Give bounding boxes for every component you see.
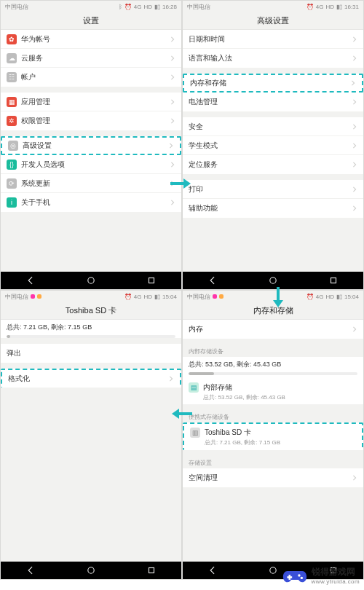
chevron-right-icon: [352, 36, 357, 42]
item-datetime[interactable]: 日期和时间: [183, 30, 363, 49]
flow-arrow-icon: [272, 287, 284, 309]
sdcard-icon: ▥: [190, 428, 200, 438]
svg-point-2: [270, 278, 276, 283]
svg-rect-5: [149, 568, 154, 573]
huawei-icon: ✿: [7, 34, 17, 44]
status-dot-icon: [31, 294, 35, 299]
chevron-right-icon: [352, 162, 357, 168]
chevron-right-icon: [352, 143, 357, 149]
carrier: 中国电信: [5, 293, 28, 301]
screen-settings: 中国电信 ᛒ ⏰ 4G HD ▮▯ 16:28 设置 ✿华为帐号 ☁云服务 ☷帐…: [0, 0, 182, 290]
hd-icon: HD: [143, 4, 152, 10]
item-accessibility[interactable]: 辅助功能: [183, 199, 363, 218]
clock: 16:31: [344, 4, 359, 10]
item-cloud[interactable]: ☁云服务: [1, 49, 181, 68]
chevron-right-icon: [352, 99, 357, 105]
chevron-right-icon: [352, 205, 357, 211]
item-student[interactable]: 学生模式: [183, 136, 363, 155]
nav-bar: [1, 272, 181, 289]
clock: 15:04: [344, 294, 359, 300]
item-update[interactable]: ⟳系统更新: [1, 174, 181, 193]
net-icon: 4G: [316, 4, 324, 10]
item-sdcard[interactable]: ▥Toshiba SD 卡 总共: 7.21 GB, 剩余: 7.15 GB: [183, 422, 363, 450]
battery-icon: ▮▯: [336, 294, 342, 300]
item-cleanup[interactable]: 空间清理: [183, 468, 363, 487]
section-internal: 内部存储设备: [183, 345, 363, 357]
item-print[interactable]: 打印: [183, 180, 363, 199]
nav-recent-icon[interactable]: [328, 275, 339, 286]
page-title: 高级设置: [183, 12, 363, 30]
svg-point-0: [88, 278, 94, 283]
screen-sdcard: 中国电信 ⏰ 4G HD ▮▯ 15:04 Toshiba SD 卡 总共: 7…: [0, 290, 182, 580]
nav-home-icon[interactable]: [86, 565, 96, 575]
storage-bar: [7, 335, 175, 338]
item-app-mgmt[interactable]: ▦应用管理: [1, 93, 181, 111]
chevron-right-icon: [170, 55, 175, 61]
net-icon: 4G: [134, 4, 142, 10]
item-memory[interactable]: 内存: [183, 320, 363, 339]
section-settings: 存储设置: [183, 456, 363, 468]
carrier: 中国电信: [5, 3, 28, 11]
svg-point-11: [300, 577, 302, 579]
chevron-right-icon: [170, 118, 175, 124]
item-internal-storage[interactable]: ▤内部存储 总共: 53.52 GB, 剩余: 45.43 GB: [183, 379, 363, 404]
nav-back-icon[interactable]: [25, 565, 36, 575]
nav-back-icon[interactable]: [207, 565, 218, 575]
battery-icon: ▮▯: [336, 4, 342, 10]
status-dot-icon: [219, 294, 223, 299]
svg-rect-1: [149, 278, 154, 283]
storage-icon: ▤: [189, 382, 199, 393]
nav-back-icon[interactable]: [207, 275, 218, 286]
chevron-right-icon: [352, 55, 357, 61]
storage-summary: 总共: 7.21 GB, 剩余: 7.15 GB: [1, 320, 181, 334]
section-portable: 便携式存储设备: [183, 410, 363, 422]
item-security[interactable]: 安全: [183, 117, 363, 136]
chevron-right-icon: [352, 186, 357, 192]
screen-storage: 中国电信 ⏰ 4G HD ▮▯ 15:04 内存和存储 内存 内部存储设备 总共…: [182, 290, 364, 580]
nav-home-icon[interactable]: [268, 275, 278, 286]
chevron-right-icon: [170, 162, 175, 168]
item-developer[interactable]: {}开发人员选项: [1, 155, 181, 174]
gamepad-icon: [282, 565, 307, 586]
status-bar: 中国电信 ⏰ 4G HD ▮▯ 15:04: [1, 291, 181, 302]
watermark: 锐得游戏网 www.ytruida.com: [282, 565, 360, 586]
nav-recent-icon[interactable]: [146, 275, 157, 286]
status-dot-icon: [37, 294, 41, 299]
nav-back-icon[interactable]: [25, 275, 36, 286]
alarm-icon: ⏰: [306, 4, 314, 10]
item-eject[interactable]: 弹出: [1, 344, 181, 363]
battery-icon: ▮▯: [154, 4, 160, 10]
accounts-icon: ☷: [7, 72, 17, 82]
status-dot-icon: [213, 294, 217, 299]
update-icon: ⟳: [7, 178, 17, 189]
carrier: 中国电信: [187, 293, 210, 301]
status-bar: 中国电信 ᛒ ⏰ 4G HD ▮▯ 16:28: [1, 1, 181, 12]
nav-home-icon[interactable]: [268, 565, 278, 575]
item-accounts[interactable]: ☷帐户: [1, 68, 181, 87]
clock: 16:28: [162, 4, 177, 10]
item-about[interactable]: i关于手机: [1, 193, 181, 212]
item-format[interactable]: 格式化: [1, 369, 181, 388]
developer-icon: {}: [7, 160, 17, 170]
item-battery[interactable]: 电池管理: [183, 93, 363, 111]
item-location[interactable]: 定位服务: [183, 155, 363, 174]
cloud-icon: ☁: [7, 53, 17, 63]
item-language[interactable]: 语言和输入法: [183, 49, 363, 68]
item-huawei-id[interactable]: ✿华为帐号: [1, 30, 181, 49]
svg-point-10: [298, 574, 300, 576]
nav-home-icon[interactable]: [86, 275, 96, 286]
nav-recent-icon[interactable]: [146, 565, 157, 575]
chevron-right-icon: [350, 80, 356, 86]
watermark-url: www.ytruida.com: [312, 578, 360, 585]
item-perm-mgmt[interactable]: ✲权限管理: [1, 111, 181, 130]
flow-arrow-icon: [170, 408, 192, 420]
chevron-right-icon: [170, 74, 175, 80]
item-memory-storage[interactable]: 内存和存储: [183, 74, 363, 93]
svg-point-6: [270, 567, 276, 573]
item-advanced[interactable]: ◎高级设置: [1, 136, 181, 155]
hd-icon: HD: [325, 4, 334, 10]
apps-icon: ▦: [7, 97, 17, 107]
bluetooth-icon: ᛒ: [119, 4, 122, 10]
watermark-title: 锐得游戏网: [312, 566, 360, 578]
page-title: Toshiba SD 卡: [1, 302, 181, 320]
